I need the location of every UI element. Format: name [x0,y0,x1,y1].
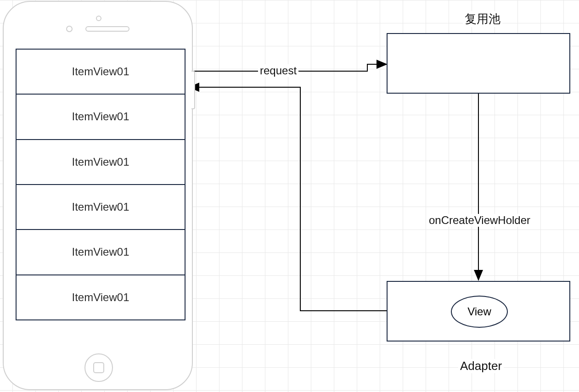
list-item: ItemView01 [17,185,185,230]
list-item: ItemView01 [17,230,185,275]
arrow-label-oncreate: onCreateViewHolder [427,214,532,227]
phone-frame: ItemView01 ItemView01 ItemView01 ItemVie… [3,1,193,390]
list-item-label: ItemView01 [72,291,129,304]
arrow-label-request: request [258,64,298,77]
home-button-inner-icon [93,362,104,373]
list-item: ItemView01 [17,140,185,185]
speaker-row [4,26,192,32]
view-label: View [467,305,491,318]
side-button-icon [191,71,195,109]
phone-screen-list: ItemView01 ItemView01 ItemView01 ItemVie… [16,49,186,320]
pool-title: 复用池 [463,11,502,27]
adapter-title: Adapter [458,359,504,373]
pool-box [387,33,570,94]
view-ellipse: View [451,296,508,328]
list-item-label: ItemView01 [72,246,129,258]
camera-dot-icon [96,16,101,21]
diagram-canvas: request onCreateViewHolder 复用池 View Adap… [0,0,579,392]
sensor-dot-icon [66,26,73,32]
speaker-icon [85,26,129,32]
list-item: ItemView01 [17,275,185,319]
list-item-label: ItemView01 [72,110,129,123]
list-item-label: ItemView01 [72,156,129,168]
list-item: ItemView01 [17,95,185,140]
list-item-label: ItemView01 [72,65,129,78]
home-button-icon [84,353,113,382]
list-item: ItemView01 [17,50,185,95]
list-item-label: ItemView01 [72,201,129,213]
